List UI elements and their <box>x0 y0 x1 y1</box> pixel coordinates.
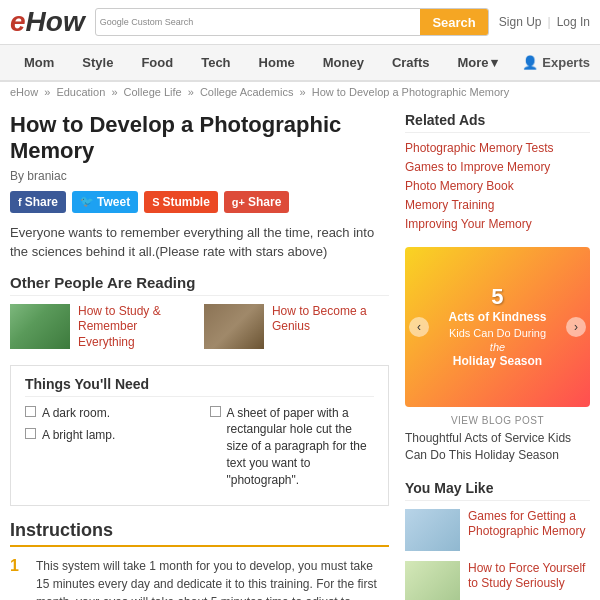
nav-mom[interactable]: Mom <box>10 45 68 80</box>
needs-cols: A dark room. A bright lamp. A sheet of p… <box>25 405 374 495</box>
breadcrumb: eHow » Education » College Life » Colleg… <box>0 82 600 102</box>
related-ad-2[interactable]: Games to Improve Memory <box>405 160 590 174</box>
related-ad-4[interactable]: Memory Training <box>405 198 590 212</box>
article-byline: By braniac <box>10 169 389 183</box>
google-share-button[interactable]: g+ Share <box>224 191 290 213</box>
nav: Mom Style Food Tech Home Money Crafts Mo… <box>0 45 600 82</box>
twitter-share-button[interactable]: 🐦 Tweet <box>72 191 138 213</box>
checkbox-3[interactable] <box>210 406 221 417</box>
ad-banner-container: 5 Acts of Kindness Kids Can Do During th… <box>405 247 590 464</box>
header: eHow Google Custom Search Search Sign Up… <box>0 0 600 45</box>
breadcrumb-sep1: » <box>44 86 53 98</box>
nav-food[interactable]: Food <box>127 45 187 80</box>
article-intro: Everyone wants to remember everything al… <box>10 223 389 262</box>
nav-experts[interactable]: 👤 Experts <box>522 55 590 70</box>
reading-cards: How to Study & Remember Everything How t… <box>10 304 389 351</box>
ad-banner-section: 5 Acts of Kindness Kids Can Do During th… <box>405 247 590 464</box>
nav-more[interactable]: More ▾ <box>443 45 511 80</box>
may-like-link-2[interactable]: How to Force Yourself to Study Seriously <box>468 561 590 592</box>
reading-title-1[interactable]: How to Study & Remember Everything <box>78 304 192 351</box>
breadcrumb-current: How to Develop a Photographic Memory <box>312 86 509 98</box>
search-input[interactable] <box>197 9 420 35</box>
ad-text-3: the <box>448 340 546 354</box>
logo[interactable]: eHow <box>10 6 85 38</box>
sign-up-link[interactable]: Sign Up <box>499 15 542 29</box>
reading-card-2: How to Become a Genius <box>204 304 386 351</box>
google-icon: g+ <box>232 196 245 208</box>
needs-box: Things You'll Need A dark room. A bright… <box>10 365 389 506</box>
needs-col-2: A sheet of paper with a rectangular hole… <box>210 405 375 495</box>
stumble-icon: S <box>152 196 159 208</box>
needs-item-2: A bright lamp. <box>25 427 190 444</box>
search-button[interactable]: Search <box>420 9 487 35</box>
sidebar: Related Ads Photographic Memory Tests Ga… <box>405 112 590 600</box>
ad-number: 5 <box>448 284 546 310</box>
breadcrumb-sep4: » <box>300 86 309 98</box>
related-ads-section: Related Ads Photographic Memory Tests Ga… <box>405 112 590 231</box>
needs-col-1: A dark room. A bright lamp. <box>25 405 190 495</box>
breadcrumb-ehow[interactable]: eHow <box>10 86 38 98</box>
log-in-link[interactable]: Log In <box>557 15 590 29</box>
checkbox-1[interactable] <box>25 406 36 417</box>
checkbox-2[interactable] <box>25 428 36 439</box>
nav-tech[interactable]: Tech <box>187 45 244 80</box>
nav-style[interactable]: Style <box>68 45 127 80</box>
ad-banner-inner: 5 Acts of Kindness Kids Can Do During th… <box>438 274 556 380</box>
user-icon: 👤 <box>522 55 538 70</box>
step-text-1: This system will take 1 month for you to… <box>36 557 389 600</box>
may-like-link-1[interactable]: Games for Getting a Photographic Memory <box>468 509 590 540</box>
may-like-thumb-2 <box>405 561 460 600</box>
ad-text-4: Holiday Season <box>448 354 546 370</box>
ad-prev-btn[interactable]: ‹ <box>409 317 429 337</box>
needs-item-1: A dark room. <box>25 405 190 422</box>
nav-money[interactable]: Money <box>309 45 378 80</box>
ad-next-btn[interactable]: › <box>566 317 586 337</box>
related-ad-3[interactable]: Photo Memory Book <box>405 179 590 193</box>
header-links: Sign Up | Log In <box>499 15 590 29</box>
may-like-item-2: How to Force Yourself to Study Seriously <box>405 561 590 600</box>
ad-text-2: Kids Can Do During <box>448 326 546 340</box>
search-bar: Google Custom Search Search <box>95 8 489 36</box>
nav-home[interactable]: Home <box>245 45 309 80</box>
facebook-share-button[interactable]: f Share <box>10 191 66 213</box>
may-like-item-1: Games for Getting a Photographic Memory <box>405 509 590 551</box>
article-title: How to Develop a Photographic Memory <box>10 112 389 165</box>
ad-banner[interactable]: 5 Acts of Kindness Kids Can Do During th… <box>405 247 590 407</box>
reading-thumb-2 <box>204 304 264 349</box>
stumble-share-button[interactable]: S Stumble <box>144 191 218 213</box>
may-like-title: You May Like <box>405 480 590 501</box>
may-like-thumb-1 <box>405 509 460 551</box>
breadcrumb-education[interactable]: Education <box>56 86 105 98</box>
related-ads-title: Related Ads <box>405 112 590 133</box>
reading-title-2[interactable]: How to Become a Genius <box>272 304 386 335</box>
reading-thumb-1 <box>10 304 70 349</box>
breadcrumb-sep3: » <box>188 86 197 98</box>
needs-item-3: A sheet of paper with a rectangular hole… <box>210 405 375 489</box>
ad-text-1: Acts of Kindness <box>448 310 546 326</box>
instruction-step-1: 1 This system will take 1 month for you … <box>10 557 389 600</box>
other-reading-header: Other People Are Reading <box>10 274 389 296</box>
instructions-header: Instructions <box>10 520 389 547</box>
reading-card-1: How to Study & Remember Everything <box>10 304 192 351</box>
header-sep: | <box>548 15 551 29</box>
nav-crafts[interactable]: Crafts <box>378 45 444 80</box>
facebook-icon: f <box>18 196 22 208</box>
twitter-icon: 🐦 <box>80 195 94 208</box>
may-like-section: You May Like Games for Getting a Photogr… <box>405 480 590 600</box>
related-ad-5[interactable]: Improving Your Memory <box>405 217 590 231</box>
main-layout: How to Develop a Photographic Memory By … <box>0 102 600 600</box>
chevron-down-icon: ▾ <box>491 55 498 70</box>
related-ad-1[interactable]: Photographic Memory Tests <box>405 141 590 155</box>
view-blog-label[interactable]: VIEW BLOG POST <box>405 415 590 426</box>
needs-header: Things You'll Need <box>25 376 374 397</box>
breadcrumb-sep2: » <box>111 86 120 98</box>
breadcrumb-college-academics[interactable]: College Academics <box>200 86 294 98</box>
article-content: How to Develop a Photographic Memory By … <box>10 112 389 600</box>
breadcrumb-college-life[interactable]: College Life <box>124 86 182 98</box>
google-label: Google Custom Search <box>96 17 198 27</box>
share-bar: f Share 🐦 Tweet S Stumble g+ Share <box>10 191 389 213</box>
ad-caption: Thoughtful Acts of Service Kids Can Do T… <box>405 430 590 464</box>
step-num-1: 1 <box>10 557 26 600</box>
